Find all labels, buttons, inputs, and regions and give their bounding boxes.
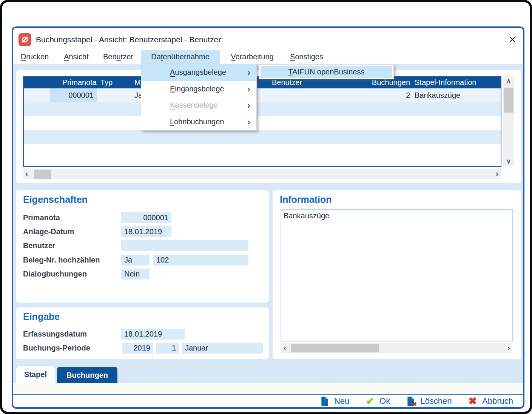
menu-item-ausgangsbelege[interactable]: Ausgangsbelege › [141, 64, 256, 81]
beleg-nr-start-field[interactable]: 102 [153, 255, 248, 266]
neu-button[interactable]: Neu [321, 396, 349, 406]
beleg-nr-label: Beleg-Nr. hochzählen [23, 255, 100, 266]
dialogbuchungen-field[interactable]: Nein [121, 269, 150, 280]
taifun-logo-icon [19, 33, 31, 46]
abbruch-label: Abbruch [482, 396, 513, 406]
eingabe-panel: Eingabe Erfassungsdatum 18.01.2019 Buchu… [16, 307, 269, 359]
scroll-up-icon[interactable]: ∧ [503, 77, 514, 85]
menu-benutzer[interactable]: Benutzer [99, 50, 137, 64]
cell-stapel-information[interactable]: Bankauszüge [415, 88, 460, 102]
information-textarea[interactable]: Bankauszüge [281, 209, 513, 341]
scroll-right-icon[interactable]: › [496, 169, 498, 179]
erfassungsdatum-label: Erfassungsdatum [23, 329, 87, 340]
screenshot-frame: Buchungsstapel - Ansicht: Benutzerstapel… [0, 0, 532, 414]
menu-item-taifun-openbusiness[interactable]: TAIFUN openBusiness [261, 66, 392, 78]
menu-datenuebernahme[interactable]: Datenübernahme [141, 50, 220, 64]
information-horizontal-scrollbar[interactable]: ‹ › [281, 343, 512, 353]
periode-jahr-field[interactable]: 2019 [122, 343, 153, 354]
new-document-icon [321, 396, 329, 406]
submenu-arrow-icon: › [247, 64, 250, 81]
periode-nr-field[interactable]: 1 [156, 343, 179, 354]
button-bar: Neu ✔ Ok ✖ Löschen ✖ Abbruch [13, 395, 523, 407]
benutzer-field[interactable] [121, 240, 248, 251]
menu-item-lohnbuchungen[interactable]: Lohnbuchungen › [141, 114, 256, 130]
beleg-nr-flag-field[interactable]: Ja [121, 255, 150, 266]
check-icon: ✔ [366, 395, 374, 407]
scrollbar-thumb[interactable] [34, 170, 51, 179]
anlage-datum-field[interactable]: 18.01.2019 [121, 226, 171, 237]
col-header-typ[interactable]: Typ [100, 77, 113, 88]
information-panel: Information Bankauszüge ‹ › [273, 190, 521, 359]
erfassungsdatum-field[interactable]: 18.01.2019 [121, 329, 185, 340]
scroll-down-icon[interactable]: ∨ [503, 158, 514, 165]
scroll-left-icon[interactable]: ‹ [25, 169, 28, 179]
stack-table: Primanota Typ Monat Benutzer Buchungen S… [23, 76, 501, 167]
tab-content-strip [13, 383, 523, 394]
submenu-arrow-icon: › [247, 97, 250, 114]
eigenschaften-panel: Eigenschaften Primanota 000001 Anlage-Da… [16, 190, 269, 303]
close-icon[interactable]: × [505, 32, 520, 47]
ok-label: Ok [379, 396, 390, 406]
dialogbuchungen-label: Dialogbuchungen [23, 269, 87, 280]
table-row[interactable]: 000001 Januar 2019 2 Bankauszüge [24, 88, 501, 102]
abbruch-button[interactable]: ✖ Abbruch [468, 395, 513, 407]
benutzer-label: Benutzer [23, 240, 56, 251]
neu-label: Neu [334, 396, 349, 406]
tab-buchungen[interactable]: Buchungen [57, 367, 117, 383]
table-horizontal-scrollbar[interactable]: ‹ › [23, 169, 501, 179]
scrollbar-thumb[interactable] [504, 88, 513, 113]
col-header-stapel-information[interactable]: Stapel-Information [415, 77, 476, 88]
col-header-primanota[interactable]: Primanota [50, 77, 97, 88]
menu-item-eingangsbelege[interactable]: Eingangsbelege › [141, 81, 256, 97]
menu-sonstiges[interactable]: Sonstiges [287, 50, 327, 64]
table-row[interactable] [24, 130, 501, 144]
primanota-field[interactable]: 000001 [121, 212, 171, 223]
anlage-datum-label: Anlage-Datum [23, 226, 74, 237]
cell-buchungen[interactable]: 2 [345, 88, 410, 102]
submenu-arrow-icon: › [247, 114, 250, 130]
menu-ansicht[interactable]: Ansicht [60, 50, 93, 64]
title-bar: Buchungsstapel - Ansicht: Benutzerstapel… [13, 28, 523, 50]
table-vertical-scrollbar[interactable]: ∧ ∨ [503, 76, 514, 166]
scroll-right-icon[interactable]: › [507, 343, 510, 353]
eingabe-title: Eingabe [23, 311, 60, 322]
menu-verarbeitung[interactable]: Verarbeitung [226, 50, 279, 64]
periode-monat-field[interactable]: Januar [182, 343, 263, 354]
eigenschaften-title: Eigenschaften [23, 194, 88, 205]
tab-stapel[interactable]: Stapel [16, 366, 55, 383]
app-window: Buchungsstapel - Ansicht: Benutzerstapel… [12, 26, 524, 409]
window-title: Buchungsstapel - Ansicht: Benutzerstapel… [36, 34, 223, 46]
cell-primanota[interactable]: 000001 [50, 88, 97, 102]
ausgangsbelege-submenu: TAIFUN openBusiness [259, 64, 394, 79]
scroll-left-icon[interactable]: ‹ [284, 343, 286, 353]
submenu-arrow-icon: › [247, 81, 250, 97]
loeschen-button[interactable]: ✖ Löschen [407, 396, 452, 406]
table-row[interactable] [24, 144, 501, 158]
scrollbar-thumb[interactable] [291, 344, 379, 352]
cancel-x-icon: ✖ [468, 395, 477, 407]
ok-button[interactable]: ✔ Ok [366, 395, 390, 407]
buchungs-periode-label: Buchungs-Periode [23, 343, 90, 354]
primanota-label: Primanota [23, 212, 60, 223]
stack-table-container: Primanota Typ Monat Benutzer Buchungen S… [16, 70, 521, 183]
table-row[interactable] [24, 116, 501, 130]
loeschen-label: Löschen [420, 396, 452, 406]
information-title: Information [280, 194, 332, 205]
menu-drucken[interactable]: Drucken [17, 50, 52, 64]
delete-document-icon: ✖ [407, 396, 415, 406]
menu-item-kassenbelege: Kassenbelege › [141, 97, 256, 114]
delete-x-icon: ✖ [412, 401, 417, 408]
menu-bar: Drucken Ansicht Benutzer Datenübernahme … [13, 50, 523, 64]
table-row[interactable] [24, 102, 501, 116]
datenuebernahme-dropdown: Ausgangsbelege › Eingangsbelege › Kassen… [141, 64, 257, 131]
